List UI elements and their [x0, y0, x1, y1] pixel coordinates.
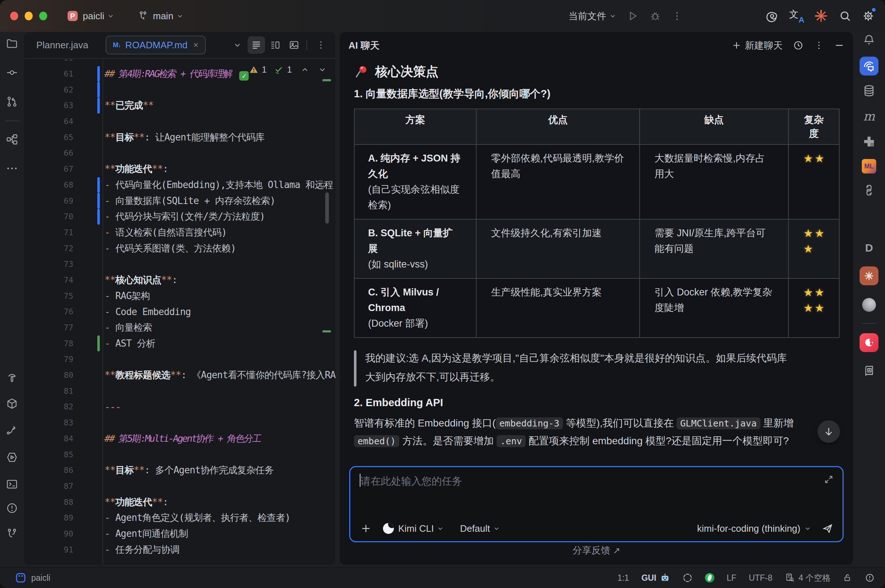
editor-line[interactable]: 87	[24, 478, 335, 494]
services-icon[interactable]	[6, 451, 18, 464]
model-selector[interactable]: kimi-for-coding (thinking)	[697, 523, 800, 534]
editor-line[interactable]: 89- Agent角色定义(规划者、执行者、检查者)	[24, 510, 335, 526]
sphere-tool-icon[interactable]	[862, 298, 876, 312]
view-split-icon[interactable]	[267, 36, 284, 54]
line-ending[interactable]: LF	[727, 573, 736, 583]
editor-line[interactable]: 63**已完成**	[24, 98, 335, 114]
ai-spiral-icon[interactable]	[765, 9, 779, 23]
ml-tool-icon[interactable]: ML	[862, 159, 876, 174]
tab-planner-java[interactable]: Planner.java	[36, 40, 88, 51]
view-editor-only-icon[interactable]	[248, 36, 265, 54]
chat-input[interactable]: 请在此处输入您的任务 Kimi CLI Default kimi-for-cod…	[349, 466, 844, 542]
editor-line[interactable]: 86**目标**: 多个Agent协作完成复杂任务	[24, 462, 335, 478]
ai-assistant-icon[interactable]	[860, 266, 879, 285]
editor-line[interactable]: 74**核心知识点**:	[24, 272, 335, 288]
editor-scrollbar[interactable]	[325, 192, 329, 224]
editor-line[interactable]: 91- 任务分配与协调	[24, 542, 335, 558]
build-icon[interactable]	[6, 371, 18, 384]
chat-messages[interactable]: 核心决策点 1. 向量数据库选型(教学导向,你倾向哪个?) 方案优点缺点复杂度A…	[340, 59, 853, 481]
endpoints-icon[interactable]	[6, 424, 18, 436]
mode-selector[interactable]: Default	[460, 523, 490, 534]
more-actions-icon[interactable]	[672, 10, 682, 21]
close-window-icon[interactable]	[10, 12, 18, 20]
notifications-icon[interactable]	[862, 33, 876, 46]
pull-request-icon[interactable]	[6, 96, 18, 108]
editor-line[interactable]: 69- 向量数据库(SQLite + 内存余弦检索)	[24, 193, 335, 209]
debug-button[interactable]	[649, 10, 662, 22]
editor-line[interactable]: 81	[24, 383, 335, 399]
indent-setting[interactable]: 4 个空格	[785, 572, 831, 584]
view-preview-icon[interactable]	[285, 36, 303, 54]
editor-body[interactable]: 6061## 第4期:RAG检索 + 代码库理解 ✓6263**已完成**646…	[24, 60, 335, 565]
plugin-plus-icon[interactable]	[862, 135, 876, 148]
editor-line[interactable]: 65**目标**: 让Agent能理解整个代码库	[24, 129, 335, 145]
gui-indicator[interactable]: GUI	[641, 573, 670, 583]
minimize-panel-icon[interactable]	[834, 40, 844, 51]
structure-icon[interactable]	[6, 133, 18, 146]
translate-icon[interactable]: 文A	[789, 9, 804, 22]
problems-icon[interactable]	[6, 502, 18, 514]
attach-plus-icon[interactable]	[360, 523, 371, 534]
editor-line[interactable]: 75- RAG架构	[24, 288, 335, 304]
zoom-window-icon[interactable]	[39, 12, 47, 20]
editor-line[interactable]: 64	[24, 114, 335, 130]
editor-line[interactable]: 66	[24, 145, 335, 161]
run-configuration[interactable]: 当前文件	[568, 10, 616, 22]
commit-icon[interactable]	[6, 66, 18, 79]
tab-list-chevron-icon[interactable]	[229, 36, 246, 54]
encoding[interactable]: UTF-8	[749, 573, 772, 583]
editor-line[interactable]: 68- 代码向量化(Embedding),支持本地 Ollama 和远程	[24, 177, 335, 193]
python-icon[interactable]	[862, 184, 876, 197]
caret-position[interactable]: 1:1	[618, 573, 629, 583]
editor-line[interactable]: 82---	[24, 399, 335, 415]
share-feedback-link[interactable]: 分享反馈 ↗	[340, 544, 853, 557]
project-window-icon[interactable]	[16, 573, 26, 582]
editor-line[interactable]: 62	[24, 82, 335, 98]
project-name[interactable]: paicli	[83, 10, 104, 22]
run-button[interactable]	[627, 10, 639, 22]
editor-line[interactable]: 79	[24, 351, 335, 368]
send-icon[interactable]	[822, 522, 834, 535]
editor-line[interactable]: 71- 语义检索(自然语言搜代码)	[24, 225, 335, 241]
dictionary-icon[interactable]	[862, 364, 876, 378]
scroll-to-bottom-button[interactable]	[818, 420, 840, 443]
settings-gear-icon[interactable]	[862, 9, 875, 22]
chevron-down-icon[interactable]	[107, 12, 114, 20]
ai-chat-icon[interactable]	[860, 57, 879, 75]
folder-icon[interactable]	[6, 38, 18, 50]
green-plugin-icon[interactable]	[705, 573, 714, 582]
editor-line[interactable]: 77- 向量检索	[24, 320, 335, 336]
agent-selector[interactable]: Kimi CLI	[398, 523, 434, 534]
notifications-status-icon[interactable]	[865, 573, 875, 583]
d-tool-icon[interactable]: D	[865, 241, 873, 254]
version-control-icon[interactable]	[6, 527, 18, 540]
new-chat-button[interactable]: 新建聊天	[732, 39, 783, 52]
reader-mode-icon[interactable]	[860, 333, 879, 352]
openai-status-icon[interactable]	[682, 573, 693, 583]
editor-line[interactable]: 80**教程标题候选**: 《Agent看不懂你的代码库?接入RAG,	[24, 368, 335, 383]
editor-line[interactable]: 90- Agent间通信机制	[24, 526, 335, 542]
tab-roadmap-md[interactable]: M↓ ROADMAP.md ×	[106, 36, 206, 54]
search-icon[interactable]	[838, 9, 852, 22]
editor-line[interactable]: 84## 第5期:Multi-Agent协作 + 角色分工	[24, 431, 335, 447]
history-clock-icon[interactable]	[793, 40, 804, 51]
prev-problem-icon[interactable]	[301, 65, 309, 74]
editor-line[interactable]: 78- AST 分析	[24, 335, 335, 351]
editor-line[interactable]: 85	[24, 447, 335, 462]
close-tab-icon[interactable]: ×	[194, 40, 198, 50]
editor-line[interactable]: 88**功能迭代**:	[24, 494, 335, 510]
editor-line[interactable]: 72- 代码关系图谱(类、方法依赖)	[24, 240, 335, 256]
editor-line[interactable]: 83	[24, 415, 335, 431]
next-problem-icon[interactable]	[318, 65, 327, 74]
mascot-m-icon[interactable]: m	[863, 109, 875, 123]
terminal-icon[interactable]	[6, 478, 18, 490]
editor-line[interactable]: 67**功能迭代**:	[24, 161, 335, 177]
inspections-widget[interactable]: 1 1	[249, 64, 327, 75]
expand-input-icon[interactable]	[824, 474, 834, 484]
editor-line[interactable]: 76- Code Embedding	[24, 304, 335, 320]
chat-more-icon[interactable]	[814, 40, 824, 51]
minimize-window-icon[interactable]	[25, 12, 33, 20]
dependencies-icon[interactable]	[6, 398, 18, 410]
editor-more-icon[interactable]	[312, 36, 330, 54]
ai-assistant-spark-icon[interactable]	[814, 9, 828, 23]
